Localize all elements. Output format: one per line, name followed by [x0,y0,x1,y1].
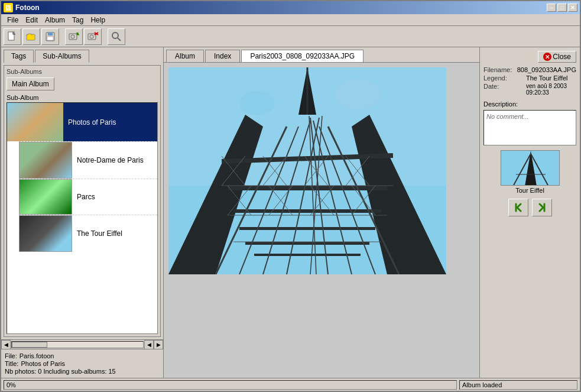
status-text: Album loaded [462,381,502,388]
date-value: ven aoû 8 2003 09:20:33 [526,83,576,96]
titlebar-left: 🖼 Fotoon [4,3,40,12]
file-value: Paris.fotoon [20,352,54,359]
date-label: Date: [483,83,526,96]
menu-tag[interactable]: Tag [69,15,87,25]
subalbums-label: Sub-Albums [7,68,158,75]
menu-help[interactable]: Help [87,15,109,25]
album-item-eiffel[interactable]: The Tour Eiffel [19,215,157,252]
close-button[interactable]: ✕ Close [538,51,576,63]
right-panel: ✕ Close Filename: 808_092033AA.JPG Legen… [479,47,580,378]
main-content: Tags Sub-Albums Sub-Albums Main Album Su… [1,47,580,378]
svg-line-17 [118,38,121,41]
left-tabs-header: Tags Sub-Albums [1,47,163,63]
subalbums-box: Sub-Albums Main Album Sub-Album Photos o… [4,65,161,337]
remove-photo-button[interactable] [84,28,102,45]
status-message: Album loaded [459,380,577,390]
scroll-track[interactable] [11,341,144,348]
tab-tags[interactable]: Tags [4,50,34,63]
legend-row: Legend: The Tour Eiffel [483,74,576,82]
subalbum-label: Sub-Album [7,94,158,101]
main-album-button[interactable]: Main Album [7,77,54,90]
legend-label: Legend: [483,74,526,82]
window-title: Fotoon [15,4,40,12]
filename-row: Filename: 808_092033AA.JPG [483,66,576,73]
menubar: File Edit Album Tag Help [1,14,580,26]
description-box[interactable]: No comment... [483,110,576,145]
add-photo-button[interactable] [65,28,83,45]
description-label: Description: [483,101,576,108]
svg-rect-27 [254,254,361,256]
toolbar [1,26,580,47]
search-button[interactable] [108,28,125,45]
svg-rect-26 [245,242,369,245]
album-name-parcs: Parcs [72,190,100,203]
tab-photo[interactable]: Paris2003_0808_092033AA.JPG [241,50,363,62]
album-item-notredame[interactable]: Notre-Dame de Paris [19,141,157,179]
legend-value: The Tour Eiffel [526,74,576,82]
svg-rect-24 [233,209,381,213]
album-name-notredame: Notre-Dame de Paris [72,154,148,167]
svg-point-60 [334,79,381,109]
tab-index[interactable]: Index [205,50,240,62]
thumbnail-preview [501,150,560,186]
main-window: 🖼 Fotoon ─ □ ✕ File Edit Album Tag Help [0,0,581,392]
album-name-paris: Photos of Paris [63,116,121,129]
file-row: File: Paris.fotoon [5,352,160,359]
left-panel: Tags Sub-Albums Sub-Albums Main Album Su… [1,47,164,378]
thumb-container: Tour Eiffel [483,150,576,194]
scroll-page-left-button[interactable]: ◀ [144,340,154,349]
file-info: File: Paris.fotoon Title: Photos of Pari… [1,349,163,378]
maximize-button[interactable]: □ [557,4,567,12]
date-row: Date: ven aoû 8 2003 09:20:33 [483,83,576,96]
nb-photos-row: Nb photos: 0 Including sub-albums: 15 [5,368,160,375]
scroll-page-right-button[interactable]: ▶ [154,340,163,349]
title-label: Title: [5,360,18,367]
album-name-eiffel: The Tour Eiffel [72,227,127,240]
svg-rect-8 [69,34,77,40]
open-button[interactable] [22,28,40,45]
app-icon: 🖼 [4,3,13,12]
next-photo-button[interactable] [532,199,552,216]
center-panel: Album Index Paris2003_0808_092033AA.JPG [164,47,479,378]
titlebar-buttons: ─ □ ✕ [547,4,577,12]
tab-subalbums[interactable]: Sub-Albums [35,50,89,63]
file-label: File: [5,352,17,359]
svg-point-59 [239,91,275,115]
scroll-left-button[interactable]: ◀ [1,340,11,349]
new-button[interactable] [4,28,21,45]
photo-area [164,63,479,378]
filename-value: 808_092033AA.JPG [517,66,576,73]
statusbar: 0% Album loaded [1,378,580,391]
svg-rect-6 [48,33,53,35]
album-tree[interactable]: Photos of Paris Notre-Dame de Paris Parc… [7,102,158,334]
progress-value: 0% [7,381,16,388]
photo-display [168,67,446,274]
menu-edit[interactable]: Edit [22,15,41,25]
menu-album[interactable]: Album [41,15,69,25]
tab-album[interactable]: Album [166,50,204,62]
filename-label: Filename: [483,66,517,73]
svg-rect-7 [47,37,53,40]
svg-rect-25 [239,227,375,230]
scroll-thumb[interactable] [12,342,47,348]
svg-point-16 [112,33,118,38]
center-tabs: Album Index Paris2003_0808_092033AA.JPG [164,47,479,63]
album-item-paris[interactable]: Photos of Paris [7,103,157,141]
title-value: Photos of Paris [21,360,65,367]
minimize-button[interactable]: ─ [547,4,556,12]
metadata-table: Filename: 808_092033AA.JPG Legend: The T… [483,65,576,97]
thumbnail-label: Tour Eiffel [515,187,544,194]
horizontal-scrollbar[interactable]: ◀ ◀ ▶ [1,339,163,349]
nav-buttons [483,199,576,216]
title-row: Title: Photos of Paris [5,360,160,367]
close-window-button[interactable]: ✕ [568,4,577,12]
prev-photo-button[interactable] [508,199,528,216]
save-button[interactable] [41,28,59,45]
close-label: Close [553,53,571,61]
menu-file[interactable]: File [4,15,22,25]
album-item-parcs[interactable]: Parcs [19,179,157,215]
close-icon: ✕ [543,53,551,61]
titlebar: 🖼 Fotoon ─ □ ✕ [1,1,580,14]
svg-rect-23 [228,186,387,190]
sub-items: Notre-Dame de Paris Parcs The Tour Eiffe… [7,141,157,252]
